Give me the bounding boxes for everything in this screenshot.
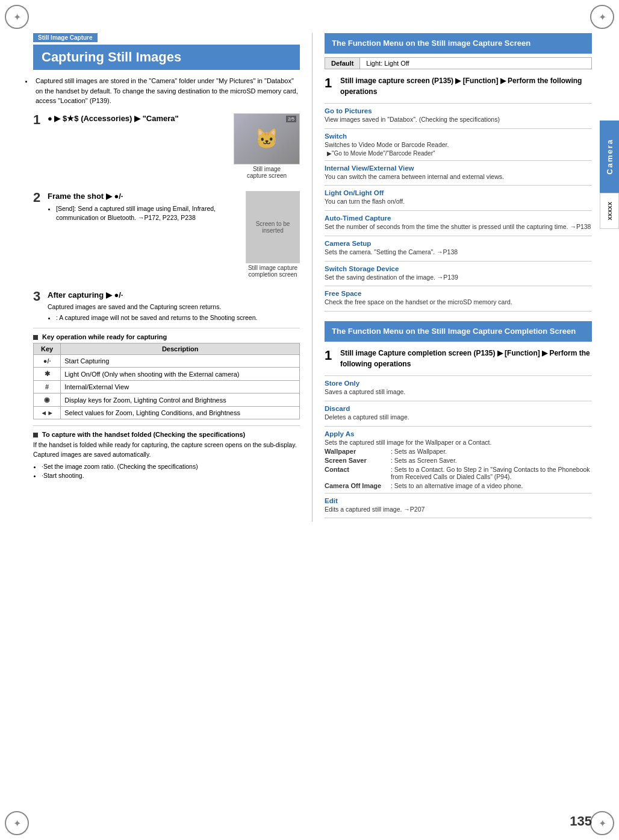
step-1-img-label: Still image capture screen: [247, 166, 287, 179]
completion-item-desc: Edits a captured still image. →P207: [325, 505, 592, 515]
func-item-divider: [325, 185, 592, 186]
desc-cell: Display keys for Zoom, Lighting Control …: [61, 393, 300, 407]
table-row: #Internal/External View: [34, 381, 300, 393]
func-item-title: Switch: [325, 133, 592, 140]
step-2-content: Frame the shot ▶ ●/· [Send]: Send a capt…: [48, 191, 300, 285]
completion-item: DiscardDeletes a captured still image.: [325, 405, 592, 422]
folded-bullet-2: ·Start shooting.: [42, 471, 300, 481]
step-3: 3 After capturing ▶ ●/· Captured images …: [33, 290, 300, 324]
right-step-2-text: Still image Capture completion screen (P…: [340, 348, 592, 369]
desc-cell: Light On/Off (Only when shooting with th…: [61, 368, 300, 381]
completion-item-title: Edit: [325, 497, 592, 504]
step-1-layout: ● ▶ $★$ (Accessories) ▶ "Camera" 🐱 2/5 S…: [48, 113, 300, 179]
func-item-divider: [325, 160, 592, 161]
func-item-divider: [325, 286, 592, 286]
step-1-text-area: ● ▶ $★$ (Accessories) ▶ "Camera": [48, 113, 179, 129]
still-image-capture-screen-img: 🐱 2/5: [234, 113, 300, 165]
corner-decoration-bl: [5, 811, 29, 835]
step-1-title: ● ▶ $★$ (Accessories) ▶ "Camera": [48, 113, 179, 124]
step-2-right: Screen to be inserted Still image captur…: [246, 191, 300, 278]
apply-sub-val: : Sets as Screen Saver.: [391, 457, 592, 464]
folded-section: To capture with the handset folded (Chec…: [33, 431, 300, 481]
func-item-title: Camera Setup: [325, 240, 592, 247]
section-badge: Still Image Capture: [33, 33, 98, 42]
func-item: Internal View/External ViewYou can switc…: [325, 165, 592, 182]
left-column: Still Image Capture Capturing Still Imag…: [33, 33, 313, 522]
func-item-divider: [325, 210, 592, 211]
func-item-title: Switch Storage Device: [325, 265, 592, 272]
table-row: ●/·Start Capturing: [34, 355, 300, 368]
func-item-title: Go to Pictures: [325, 107, 592, 114]
table-row: ◉Display keys for Zoom, Lighting Control…: [34, 393, 300, 407]
func-item: Auto-Timed CaptureSet the number of seco…: [325, 215, 592, 232]
func-item-desc: View images saved in "Databox". (Checkin…: [325, 115, 592, 125]
step-1-image-area: 🐱 2/5 Still image capture screen: [234, 113, 300, 179]
key-ops-section: Key operation while ready for capturing …: [33, 333, 300, 419]
func-item: Free SpaceCheck the free space on the ha…: [325, 290, 592, 307]
step-3-desc: Captured images are saved and the Captur…: [48, 302, 300, 312]
key-ops-title: Key operation while ready for capturing: [33, 333, 300, 340]
step-3-title: After capturing ▶ ●/·: [48, 290, 300, 301]
completion-item: Store OnlySaves a captured still image.: [325, 380, 592, 397]
completion-item-title: Apply As: [325, 430, 592, 437]
completion-item: EditEdits a captured still image. →P207: [325, 497, 592, 515]
black-sq-icon: [33, 335, 38, 340]
func-item-desc: Set the number of seconds from the time …: [325, 222, 592, 232]
side-tab-xxxxx: xxxxx: [600, 193, 619, 229]
completion-item-title: Store Only: [325, 380, 592, 387]
completion-item-title: Discard: [325, 405, 592, 412]
screen-to-be-inserted: Screen to be inserted: [246, 191, 300, 263]
folded-section-title: To capture with the handset folded (Chec…: [33, 431, 300, 438]
func-item: SwitchSwitches to Video Mode or Barcode …: [325, 133, 592, 157]
table-row: ✱Light On/Off (Only when shooting with t…: [34, 368, 300, 381]
func-item-sub: ▶"Go to Movie Mode"/"Barcode Reader": [327, 150, 592, 157]
key-cell: ◉: [34, 393, 61, 407]
func-item-desc: You can turn the flash on/off.: [325, 197, 592, 207]
black-sq-icon-2: [33, 433, 38, 437]
key-cell: ●/·: [34, 355, 61, 368]
default-bar: Default Light: Light Off: [325, 57, 592, 69]
right-step-1-num: 1: [325, 75, 337, 91]
apply-sub-key: Screen Saver: [325, 457, 391, 464]
completion-item-divider: [325, 518, 592, 518]
completion-item-divider: [325, 426, 592, 427]
apply-sub-row: Camera Off Image: Sets to an alternative…: [325, 482, 592, 489]
apply-sub-val: : Sets to a Contact. Go to Step 2 in "Sa…: [391, 466, 592, 480]
apply-sub-val: : Sets as Wallpaper.: [391, 448, 592, 455]
corner-decoration-tl: [5, 5, 29, 29]
right-step-2: 1 Still image Capture completion screen …: [325, 348, 592, 369]
step-2-bullet1: [Send]: Send a captured still image usin…: [56, 204, 240, 224]
side-tab-label: Camera: [605, 139, 614, 175]
step-1-num: 1: [33, 113, 48, 127]
desc-cell: Select values for Zoom, Lighting Conditi…: [61, 407, 300, 419]
func-item: Go to PicturesView images saved in "Data…: [325, 107, 592, 125]
right-column: The Function Menu on the Still image Cap…: [313, 33, 592, 522]
completion-item-desc: Sets the captured still image for the Wa…: [325, 438, 592, 448]
func-item-title: Internal View/External View: [325, 165, 592, 172]
func-item-desc: Switches to Video Mode or Barcode Reader…: [325, 140, 592, 150]
completion-item-divider: [325, 401, 592, 401]
col-key: Key: [34, 343, 61, 355]
completion-item-desc: Deletes a captured still image.: [325, 413, 592, 422]
func-items-list: Go to PicturesView images saved in "Data…: [325, 107, 592, 312]
apply-sub-key: Wallpaper: [325, 448, 391, 455]
apply-sub-key: Camera Off Image: [325, 482, 391, 489]
func-item: Switch Storage DeviceSet the saving dest…: [325, 265, 592, 283]
step-1-content: ● ▶ $★$ (Accessories) ▶ "Camera" 🐱 2/5 S…: [48, 113, 300, 186]
folded-bullet-1: ·Set the image zoom ratio. (Checking the…: [42, 462, 300, 472]
completion-items-list: Store OnlySaves a captured still image.D…: [325, 380, 592, 518]
func-item-desc: Sets the camera. "Setting the Camera". →…: [325, 248, 592, 257]
func-item-divider: [325, 236, 592, 236]
key-table: Key Description ●/·Start Capturing✱Light…: [33, 343, 300, 419]
step-3-content: After capturing ▶ ●/· Captured images ar…: [48, 290, 300, 324]
page-number: 135: [570, 813, 592, 829]
corner-decoration-br: [590, 811, 614, 835]
func-item: Camera SetupSets the camera. "Setting th…: [325, 240, 592, 257]
func-item-title: Light On/Light Off: [325, 189, 592, 196]
side-tab-camera: Camera: [600, 121, 619, 193]
completion-item-divider: [325, 493, 592, 494]
step-2-text-area: Frame the shot ▶ ●/· [Send]: Send a capt…: [48, 191, 240, 224]
right-step-1: 1 Still image capture screen (P135) ▶ [F…: [325, 75, 592, 97]
step-1: 1 ● ▶ $★$ (Accessories) ▶ "Camera" 🐱 2/5: [33, 113, 300, 186]
apply-sub-row: Screen Saver: Sets as Screen Saver.: [325, 457, 592, 464]
